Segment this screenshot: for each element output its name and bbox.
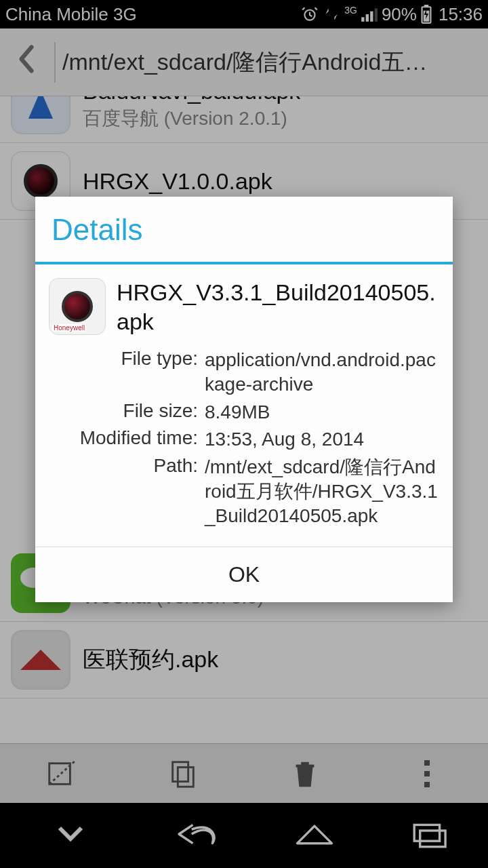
details-table: File type: application/vnd.android.packa… bbox=[35, 340, 453, 547]
dialog-filename: HRGX_V3.3.1_Build20140505.apk bbox=[117, 278, 439, 336]
row-file-size: File size: 8.49MB bbox=[49, 399, 439, 426]
label-modified-time: Modified time: bbox=[49, 427, 198, 449]
label-file-type: File type: bbox=[49, 348, 198, 370]
details-dialog: Details Honeywell HRGX_V3.3.1_Build20140… bbox=[35, 197, 453, 602]
row-path: Path: /mnt/ext_sdcard/隆信行Android五月软件/HRG… bbox=[49, 454, 439, 530]
value-file-type: application/vnd.android.package-archive bbox=[205, 348, 439, 397]
row-modified-time: Modified time: 13:53, Aug 8, 2014 bbox=[49, 426, 439, 453]
value-modified-time: 13:53, Aug 8, 2014 bbox=[205, 427, 439, 452]
dialog-title: Details bbox=[35, 197, 453, 262]
value-path: /mnt/ext_sdcard/隆信行Android五月软件/HRGX_V3.3… bbox=[205, 455, 439, 529]
app-icon: Honeywell bbox=[49, 278, 106, 335]
row-file-type: File type: application/vnd.android.packa… bbox=[49, 347, 439, 399]
value-file-size: 8.49MB bbox=[205, 400, 439, 425]
ok-button[interactable]: OK bbox=[35, 547, 453, 602]
label-path: Path: bbox=[49, 455, 198, 477]
label-file-size: File size: bbox=[49, 400, 198, 422]
